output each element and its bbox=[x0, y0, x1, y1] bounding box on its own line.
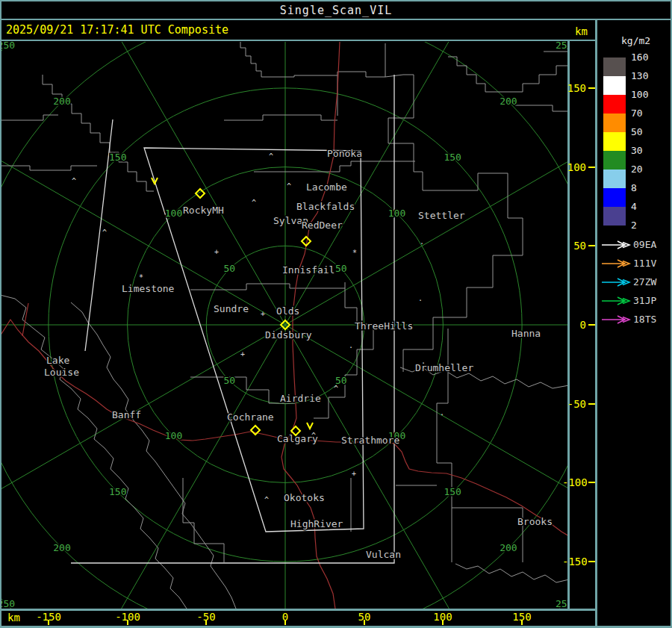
right-axis-unit-label: km bbox=[575, 25, 588, 37]
town-marker: . bbox=[420, 237, 424, 246]
bottom-axis-tick bbox=[48, 620, 49, 625]
right-axis-tick bbox=[588, 403, 595, 405]
city-label: Didsbury bbox=[265, 329, 312, 341]
ring-distance-label: 150 bbox=[109, 486, 126, 497]
right-axis-tick bbox=[588, 245, 595, 246]
azimuth-spoke bbox=[285, 325, 567, 534]
bottom-axis-tick bbox=[364, 620, 365, 625]
city-label: Strathmore bbox=[341, 435, 399, 446]
right-axis-tick bbox=[588, 324, 595, 326]
county-boundary bbox=[43, 75, 154, 191]
legend-scale-value: 160 bbox=[631, 52, 661, 63]
station-arrow-icon bbox=[600, 258, 633, 269]
window-title: Single_Scan_VIL bbox=[0, 1, 672, 19]
legend-scale-value: 8 bbox=[631, 182, 661, 194]
bottom-axis-tick bbox=[205, 620, 207, 625]
legend-swatch bbox=[603, 207, 626, 226]
city-label: RedDeer bbox=[302, 220, 343, 231]
legend-swatch bbox=[603, 170, 626, 188]
legend-scale-value: 100 bbox=[631, 89, 661, 101]
city-label: ThreeHills bbox=[355, 320, 413, 332]
county-boundary bbox=[314, 282, 373, 418]
county-boundary bbox=[224, 115, 337, 120]
city-label: Lacombe bbox=[306, 181, 347, 193]
city-label: Sundre bbox=[214, 303, 249, 314]
radar-app-window: Single_Scan_VIL 2025/09/21 17:17:41 UTC … bbox=[0, 0, 672, 628]
station-id-label: 111V bbox=[633, 258, 668, 270]
county-boundary bbox=[190, 284, 345, 290]
ring-distance-label: 200 bbox=[500, 542, 517, 553]
header-separator bbox=[0, 40, 595, 41]
town-marker: ^ bbox=[334, 385, 338, 393]
city-label: Innisfail bbox=[282, 264, 335, 276]
ring-distance-label: 200 bbox=[500, 96, 517, 107]
town-marker: ^ bbox=[269, 152, 273, 161]
station-id-label: 27ZW bbox=[633, 276, 668, 288]
station-arrow-icon bbox=[600, 240, 633, 250]
ring-distance-label: 50 bbox=[335, 263, 347, 274]
town-marker: * bbox=[139, 273, 143, 282]
town-marker: . bbox=[349, 341, 353, 349]
county-boundary bbox=[385, 75, 423, 190]
county-boundary bbox=[515, 105, 567, 111]
city-label: HighRiver bbox=[290, 518, 343, 529]
legend-swatch bbox=[603, 188, 626, 207]
town-marker: + bbox=[214, 248, 219, 256]
town-marker: + bbox=[352, 470, 356, 478]
town-marker: ^ bbox=[72, 177, 76, 185]
ring-distance-label: 150 bbox=[444, 486, 461, 497]
county-boundary bbox=[452, 508, 523, 562]
city-label: Hanna bbox=[511, 328, 541, 339]
scan-timestamp: 2025/09/21 17:17:41 UTC Composite bbox=[6, 23, 228, 37]
radar-map: 5050505010010010010015015015015020020020… bbox=[1, 42, 567, 609]
legend-scale-value: 130 bbox=[631, 70, 661, 82]
town-marker: ^ bbox=[287, 182, 291, 190]
legend-scale-value: 70 bbox=[631, 108, 661, 119]
highway-line bbox=[22, 303, 28, 336]
town-marker: ^ bbox=[252, 199, 256, 207]
city-label: Lake bbox=[46, 355, 69, 366]
right-axis-tick bbox=[588, 482, 595, 483]
right-axis-tick bbox=[588, 167, 595, 168]
city-label: Olds bbox=[276, 305, 299, 317]
ring-distance-label: 100 bbox=[165, 430, 182, 441]
legend-scale-value: 30 bbox=[631, 145, 661, 157]
town-marker: + bbox=[261, 310, 265, 318]
county-boundary bbox=[254, 161, 415, 172]
city-label: Ponoka bbox=[327, 148, 362, 159]
ring-distance-label: 150 bbox=[444, 152, 461, 163]
azimuth-spoke bbox=[76, 325, 285, 609]
right-axis-tick-label: 150 bbox=[562, 82, 586, 94]
county-boundary bbox=[190, 377, 295, 403]
town-marker: ^ bbox=[264, 496, 269, 504]
bottom-axis-tick bbox=[442, 620, 444, 625]
right-axis-tick-label: 0 bbox=[562, 319, 586, 331]
right-axis-tick bbox=[588, 561, 595, 562]
county-boundary bbox=[455, 564, 567, 582]
right-axis-tick-label: 100 bbox=[562, 161, 586, 173]
highway-line bbox=[1, 320, 567, 536]
ring-distance-label: 250 bbox=[556, 598, 567, 609]
ring-distance-label: 100 bbox=[388, 208, 405, 219]
bottom-axis-tick bbox=[521, 620, 523, 625]
ring-distance-label: 250 bbox=[556, 42, 567, 51]
city-label: Airdrie bbox=[280, 393, 321, 404]
bottom-axis-tick bbox=[127, 620, 128, 625]
right-axis-tick-label: -100 bbox=[562, 476, 586, 488]
ring-distance-label: 50 bbox=[223, 375, 235, 386]
city-label: Vulcan bbox=[366, 549, 401, 560]
city-label: Drumheller bbox=[415, 362, 473, 373]
city-label: Stettler bbox=[418, 210, 465, 221]
ring-distance-label: 250 bbox=[1, 598, 15, 609]
county-boundary bbox=[1, 115, 58, 120]
city-label: Banff bbox=[112, 409, 141, 420]
city-label: Limestone bbox=[122, 283, 175, 294]
legend-swatch bbox=[603, 95, 626, 114]
storm-vector-icon bbox=[307, 423, 313, 429]
city-label: Brooks bbox=[517, 516, 553, 527]
legend-scale-value: 4 bbox=[631, 201, 661, 213]
city-label: Okotoks bbox=[284, 492, 325, 503]
town-marker: + bbox=[240, 350, 245, 358]
city-label: Calgary bbox=[277, 433, 318, 444]
station-arrow-icon bbox=[600, 277, 633, 287]
